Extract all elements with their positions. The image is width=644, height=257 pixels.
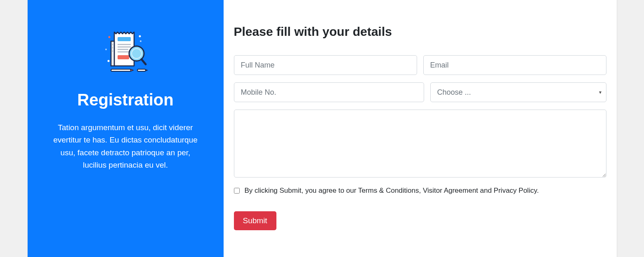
registration-icon — [48, 25, 203, 78]
message-textarea[interactable] — [234, 110, 606, 178]
svg-point-16 — [108, 60, 110, 62]
sidebar-description: Tation argumentum et usu, dicit viderer … — [48, 121, 203, 172]
svg-rect-12 — [111, 69, 131, 71]
full-name-input[interactable] — [234, 55, 417, 75]
svg-rect-0 — [118, 37, 131, 41]
choose-select[interactable]: Choose ... — [430, 82, 606, 102]
submit-button[interactable]: Submit — [234, 211, 276, 230]
svg-point-15 — [139, 35, 141, 37]
form-row-1 — [234, 55, 606, 75]
terms-row: By clicking Submit, you agree to our Ter… — [234, 187, 606, 195]
svg-line-11 — [142, 59, 146, 64]
sidebar-title: Registration — [48, 91, 203, 109]
form-row-2: Choose ... — [234, 82, 606, 102]
select-wrap: Choose ... — [430, 82, 606, 102]
svg-point-14 — [109, 36, 111, 38]
svg-rect-13 — [137, 69, 146, 71]
terms-label: By clicking Submit, you agree to our Ter… — [245, 187, 539, 195]
svg-point-18 — [105, 49, 107, 50]
svg-rect-5 — [118, 55, 129, 59]
terms-checkbox[interactable] — [234, 188, 240, 194]
svg-point-17 — [140, 40, 142, 42]
registration-container: Registration Tation argumentum et usu, d… — [27, 0, 617, 257]
sidebar: Registration Tation argumentum et usu, d… — [28, 0, 224, 257]
form-row-3 — [234, 110, 606, 178]
main-content: Please fill with your details Choose ...… — [224, 0, 617, 257]
mobile-input[interactable] — [234, 82, 424, 102]
email-input[interactable] — [423, 55, 606, 75]
form-heading: Please fill with your details — [234, 25, 606, 39]
